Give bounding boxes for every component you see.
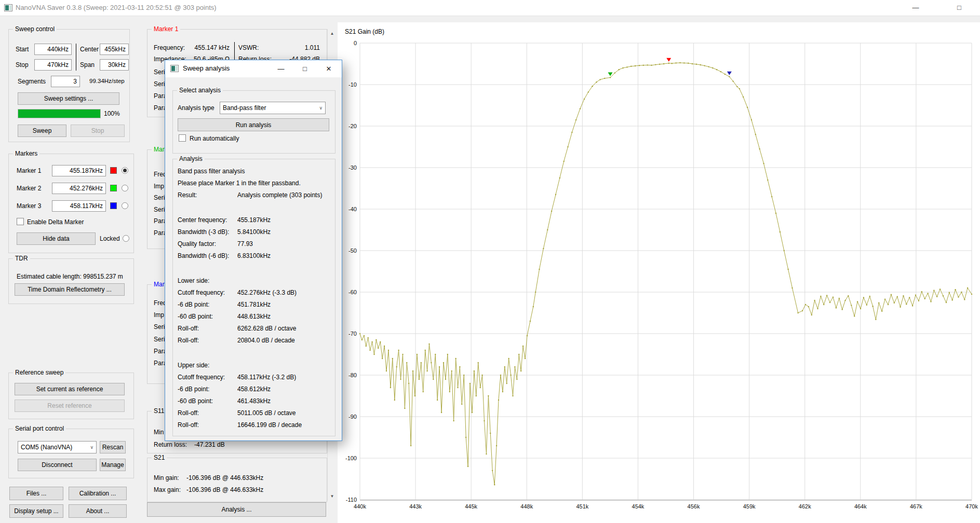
run-automatically-checkbox[interactable]: [179, 134, 186, 142]
s21-trace-point: [543, 248, 544, 249]
s21-trace-point: [747, 107, 748, 108]
s21-trace-point: [971, 294, 972, 295]
run-analysis-button[interactable]: Run analysis: [178, 118, 329, 131]
about-button[interactable]: About ...: [69, 504, 127, 518]
dialog-maximize-button[interactable]: □: [293, 60, 317, 77]
window-close-button[interactable]: ✕: [970, 0, 980, 16]
dialog-close-button[interactable]: ✕: [317, 60, 341, 77]
chart-marker-1-icon[interactable]: [666, 58, 671, 62]
s21-trace-point: [844, 300, 845, 301]
marker1-color-swatch[interactable]: [110, 167, 117, 174]
s21-trace-point: [480, 387, 481, 388]
chart-marker-3-icon[interactable]: [727, 72, 732, 75]
s21-trace-point: [388, 350, 389, 351]
segments-label: Segments: [18, 78, 46, 85]
scroll-up-icon[interactable]: ▲: [328, 29, 337, 38]
y-tick-label: -10: [348, 81, 357, 88]
sweep-settings-button[interactable]: Sweep settings ...: [18, 92, 119, 105]
s21-trace-point: [672, 63, 673, 64]
s21-trace-point: [964, 299, 965, 300]
s21-trace-point: [596, 81, 597, 82]
reference-sweep-group-label: Reference sweep: [13, 369, 65, 376]
s21-trace-point: [530, 321, 531, 322]
y-tick-label: -60: [348, 289, 357, 295]
s21-trace-point: [635, 65, 636, 66]
tdr-button[interactable]: Time Domain Reflectometry ...: [15, 283, 125, 296]
s21-trace-point: [854, 315, 855, 316]
start-input[interactable]: 440kHz: [34, 44, 72, 55]
scroll-down-icon[interactable]: ▼: [328, 492, 337, 501]
s21-trace-point: [943, 295, 944, 296]
serial-port-select[interactable]: COM5 (NanoVNA) ∨: [18, 441, 97, 453]
s11-return-loss-value: -47.231 dB: [194, 441, 225, 448]
marker3-frequency-input[interactable]: 458.117kHz: [52, 200, 106, 212]
center-input[interactable]: 455kHz: [100, 44, 129, 55]
marker3-radio[interactable]: [122, 202, 128, 209]
span-input[interactable]: 30kHz: [100, 59, 129, 71]
s21-trace-point: [584, 99, 585, 100]
segments-input[interactable]: 3: [51, 76, 80, 87]
chart-marker-2-icon[interactable]: [608, 72, 613, 76]
s21-trace-point: [755, 134, 756, 135]
s21-trace-point: [423, 391, 424, 392]
result-row-label: -60 dB point:: [178, 397, 213, 405]
locked-radio[interactable]: [123, 235, 129, 242]
y-tick-label: -40: [348, 206, 357, 212]
marker3-color-swatch[interactable]: [110, 202, 117, 209]
files-button[interactable]: Files ...: [9, 487, 63, 500]
rescan-button[interactable]: Rescan: [100, 441, 126, 453]
marker2-frequency-input[interactable]: 452.276kHz: [52, 183, 106, 194]
sweep-button[interactable]: Sweep: [18, 125, 66, 137]
result-row-value: 6.83100kHz: [237, 252, 271, 259]
s21-trace-point: [366, 346, 367, 347]
reset-reference-button[interactable]: Reset reference: [15, 400, 125, 412]
s21-trace-point: [881, 311, 882, 312]
stop-input[interactable]: 470kHz: [34, 59, 72, 71]
s21-trace-point: [412, 370, 413, 371]
s21-trace-point: [639, 65, 640, 66]
disconnect-button[interactable]: Disconnect: [18, 459, 97, 471]
x-tick-label: 454k: [632, 503, 645, 510]
marker1-radio[interactable]: [122, 167, 128, 174]
dialog-minimize-button[interactable]: —: [269, 60, 293, 77]
s21-trace-point: [927, 293, 928, 294]
set-reference-button[interactable]: Set current as reference: [15, 383, 125, 395]
y-tick-label: -50: [348, 247, 357, 254]
s21-trace-point: [510, 375, 511, 376]
s21-trace-point: [961, 292, 962, 293]
s21-trace-point: [371, 341, 372, 342]
s21-trace-point: [375, 339, 377, 340]
s21-trace-point: [659, 64, 660, 65]
result-row-label: Bandwidth (-3 dB):: [178, 228, 229, 236]
s21-trace-point: [924, 298, 925, 299]
enable-delta-marker-checkbox[interactable]: [17, 218, 24, 225]
result-row-value: 6262.628 dB / octave: [237, 325, 296, 332]
s21-trace-point: [869, 296, 870, 297]
s21-trace-point: [878, 302, 879, 304]
stop-button[interactable]: Stop: [71, 125, 125, 137]
chart-title: S21 Gain (dB): [345, 28, 384, 35]
tdr-group-label: TDR: [13, 255, 30, 262]
hide-data-button[interactable]: Hide data: [17, 232, 96, 245]
s21-trace-point: [443, 362, 444, 363]
s21-trace-point: [857, 301, 858, 302]
s21-trace-point: [767, 180, 768, 181]
marker2-color-swatch[interactable]: [110, 185, 117, 191]
s21-trace-point: [751, 119, 752, 120]
calibration-button[interactable]: Calibration ...: [69, 487, 127, 500]
analysis-button[interactable]: Analysis ...: [147, 502, 326, 517]
analysis-type-select[interactable]: Band-pass filter ∨: [220, 102, 326, 114]
y-tick-label: 0: [354, 40, 357, 46]
s21-trace-point: [449, 391, 450, 392]
manage-button[interactable]: Manage: [100, 459, 126, 471]
display-setup-button[interactable]: Display setup ...: [9, 504, 63, 518]
window-minimize-button[interactable]: —: [904, 0, 928, 16]
marker2-radio[interactable]: [122, 185, 128, 191]
result-row-label: Result:: [178, 191, 197, 199]
result-row-value: 16646.199 dB / decade: [237, 421, 302, 429]
s21-trace-point: [567, 146, 568, 147]
window-maximize-button[interactable]: □: [947, 0, 971, 16]
app-icon: [4, 4, 12, 12]
marker1-frequency-input[interactable]: 455.187kHz: [52, 165, 106, 176]
s21-trace-point: [949, 292, 950, 293]
